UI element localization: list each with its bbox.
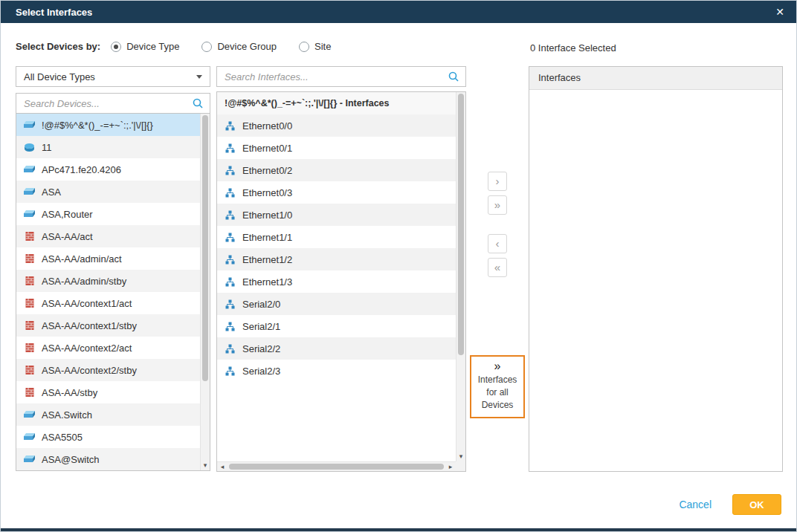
close-icon[interactable]: ✕: [775, 7, 784, 17]
radio-device-group[interactable]: Device Group: [201, 41, 276, 52]
interface-row[interactable]: Ethernet0/0: [217, 114, 456, 137]
interfaces-for-all-devices-label: Interfaces for all Devices: [474, 374, 521, 411]
device-row[interactable]: ASA: [16, 181, 200, 203]
device-row[interactable]: ASA-AA/context1/act: [16, 292, 200, 314]
interface-name: Serial2/3: [242, 366, 280, 377]
interface-row[interactable]: Ethernet1/2: [217, 248, 456, 270]
radio-device-type[interactable]: Device Type: [111, 41, 179, 52]
interface-name: Serial2/2: [242, 343, 280, 354]
interface-row[interactable]: Serial2/1: [217, 315, 456, 337]
filter-bar: Select Devices by: Device Type Device Gr…: [16, 41, 353, 52]
device-row[interactable]: ASA,Router: [16, 203, 200, 225]
device-name: ASA-AA/stby: [42, 387, 97, 398]
interface-row[interactable]: Ethernet0/1: [217, 137, 456, 159]
select-interfaces-dialog: Select Interfaces ✕ Select Devices by: D…: [0, 0, 797, 532]
scrollbar-thumb[interactable]: [202, 115, 208, 381]
device-row[interactable]: ASA-AA/admin/stby: [16, 270, 200, 292]
interfaces-column: !@#$%^&*()_-=+~`:;.'|\/[]{} - Interfaces…: [216, 66, 466, 472]
radio-label: Device Type: [126, 41, 179, 52]
device-name: ASA,Router: [42, 209, 93, 220]
device-row[interactable]: ASA-AA/context2/act: [16, 337, 200, 359]
device-row[interactable]: !@#$%^&*()_-=+~`:;.'|\/[]{}: [16, 114, 200, 136]
scrollbar-thumb[interactable]: [229, 464, 444, 470]
move-right-button[interactable]: ›: [488, 172, 507, 191]
device-type-dropdown[interactable]: All Device Types: [16, 66, 210, 87]
device-row[interactable]: ASA-AA/act: [16, 225, 200, 247]
interface-name: Ethernet0/0: [242, 120, 292, 132]
move-all-right-button[interactable]: »: [488, 195, 507, 215]
device-row[interactable]: 11: [16, 136, 200, 158]
firewall-icon: [23, 343, 36, 353]
device-name: !@#$%^&*()_-=+~`:;.'|\/[]{}: [42, 120, 153, 131]
interface-row[interactable]: Ethernet1/3: [217, 270, 456, 293]
device-name: ASA.Switch: [42, 409, 92, 421]
interface-row[interactable]: Serial2/0: [217, 293, 456, 315]
scroll-down-icon[interactable]: ▾: [456, 451, 465, 461]
selected-interfaces-panel: Interfaces: [529, 66, 783, 472]
radio-button-icon: [111, 42, 121, 52]
cancel-button[interactable]: Cancel: [679, 499, 712, 510]
interface-icon: [224, 255, 236, 265]
scroll-down-icon[interactable]: ▾: [201, 460, 210, 470]
interface-icon: [224, 299, 236, 309]
radio-label: Device Group: [217, 41, 276, 52]
device-row[interactable]: ASA-AA/context2/stby: [16, 359, 200, 381]
device-list-scrollbar[interactable]: ▾: [200, 114, 210, 470]
search-icon[interactable]: [448, 71, 459, 82]
interface-name: Ethernet0/2: [242, 165, 292, 176]
device-row[interactable]: ASA.Switch: [16, 403, 200, 426]
firewall-icon: [23, 276, 36, 286]
device-name: ASA-AA/context1/act: [42, 298, 132, 309]
interface-search-box: [216, 66, 466, 87]
interface-icon: [224, 143, 236, 153]
interface-row[interactable]: Serial2/2: [217, 337, 456, 360]
device-name: 11: [42, 142, 52, 153]
device-name: ASA-AA/admin/act: [42, 253, 122, 265]
interface-search-input[interactable]: [217, 71, 448, 82]
device-row[interactable]: ASA-AA/context1/stby: [16, 314, 200, 337]
interface-icon: [224, 166, 236, 175]
interface-list-hscrollbar[interactable]: ◂ ▸: [217, 461, 456, 471]
switch-icon: [23, 410, 36, 419]
interface-name: Ethernet1/0: [242, 210, 292, 221]
device-name: ASA-AA/context1/stby: [42, 320, 137, 331]
switch-icon: [23, 210, 36, 218]
interface-icon: [224, 277, 236, 287]
radio-label: Site: [314, 41, 331, 52]
device-list: !@#$%^&*()_-=+~`:;.'|\/[]{}11APc471.fe20…: [16, 113, 210, 471]
interfaces-for-all-devices-button[interactable]: » Interfaces for all Devices: [470, 355, 525, 418]
firewall-icon: [23, 365, 36, 375]
interface-row[interactable]: Ethernet0/2: [217, 159, 456, 181]
radio-button-icon: [201, 42, 212, 52]
switch-icon: [23, 455, 36, 464]
interface-icon: [224, 344, 236, 354]
device-name: ASA-AA/context2/act: [42, 343, 132, 354]
device-row[interactable]: APc471.fe20.4206: [16, 158, 200, 181]
device-row[interactable]: ASA@Switch: [16, 448, 200, 470]
interface-list-vscrollbar[interactable]: ▾: [456, 92, 465, 461]
firewall-icon: [23, 298, 36, 308]
interface-row[interactable]: Ethernet0/3: [217, 181, 456, 204]
move-all-left-button[interactable]: «: [488, 258, 507, 277]
interface-row[interactable]: Serial2/3: [217, 360, 456, 382]
firewall-icon: [23, 253, 36, 264]
ok-button[interactable]: OK: [732, 494, 781, 515]
interface-rows: Ethernet0/0Ethernet0/1Ethernet0/2Etherne…: [217, 114, 456, 382]
device-row[interactable]: ASA5505: [16, 426, 200, 448]
interface-row[interactable]: Ethernet1/1: [217, 226, 456, 248]
radio-site[interactable]: Site: [299, 41, 331, 52]
device-row[interactable]: ASA-AA/stby: [16, 381, 200, 403]
interface-icon: [224, 366, 236, 376]
scroll-right-icon[interactable]: ▸: [445, 462, 456, 471]
move-left-button[interactable]: ‹: [488, 234, 507, 253]
radio-button-icon: [299, 42, 309, 52]
device-row[interactable]: ASA-AA/admin/act: [16, 247, 200, 270]
select-devices-by-label: Select Devices by:: [16, 41, 100, 52]
search-icon[interactable]: [192, 97, 204, 109]
scrollbar-thumb[interactable]: [458, 94, 464, 355]
interface-row[interactable]: Ethernet1/0: [217, 204, 456, 226]
switch-icon: [23, 120, 36, 129]
device-search-input[interactable]: [16, 98, 192, 109]
interface-name: Serial2/1: [242, 321, 280, 332]
scroll-left-icon[interactable]: ◂: [217, 462, 228, 471]
